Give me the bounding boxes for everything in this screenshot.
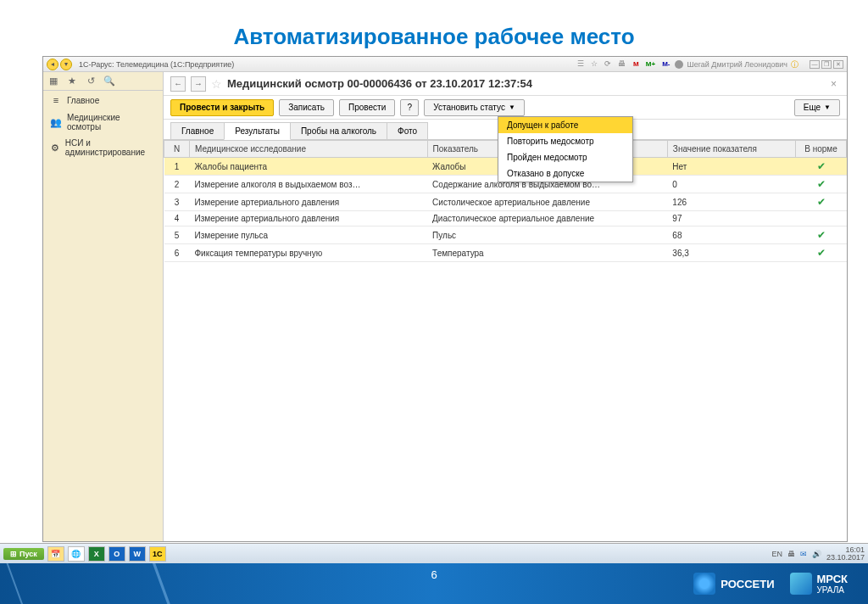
- taskbar-app-outlook[interactable]: O: [108, 546, 125, 562]
- post-button[interactable]: Провести: [339, 99, 395, 116]
- status-option-denied[interactable]: Отказано в допуске: [498, 165, 632, 182]
- fwd-round-icon[interactable]: ▾: [60, 59, 72, 70]
- list-icon: ≡: [50, 94, 62, 106]
- maximize-button[interactable]: ❐: [821, 60, 832, 69]
- action-bar: Провести и закрыть Записать Провести ? У…: [164, 96, 847, 120]
- doc-header: ← → ☆ Медицинский осмотр 00-00006436 от …: [164, 72, 847, 96]
- table-row[interactable]: 6Фиксация температуры вручнуюТемпература…: [164, 244, 847, 262]
- cell-norm: ✔: [796, 226, 847, 244]
- taskbar-app-word[interactable]: W: [129, 546, 146, 562]
- clock-date: 23.10.2017: [826, 554, 865, 562]
- tab-alcohol[interactable]: Пробы на алкоголь: [290, 122, 387, 139]
- m-minus-button[interactable]: M-: [660, 60, 671, 68]
- apps-icon[interactable]: ▦: [47, 75, 60, 88]
- sidebar-item-label: Главное: [67, 96, 99, 105]
- save-button[interactable]: Записать: [279, 99, 334, 116]
- cell-norm: [796, 211, 847, 226]
- people-icon: 👥: [50, 116, 62, 128]
- tb-icon[interactable]: 🖶: [618, 59, 628, 70]
- status-option-passed[interactable]: Пройден медосмотр: [498, 149, 632, 165]
- more-label: Еще: [804, 103, 821, 112]
- logo-rosseti: РОССЕТИ: [693, 573, 774, 595]
- tab-main[interactable]: Главное: [170, 122, 225, 139]
- check-icon: ✔: [817, 160, 826, 172]
- back-button[interactable]: ←: [170, 76, 186, 92]
- cell-indicator: Диастолическое артериальное давление: [427, 211, 667, 226]
- taskbar-app[interactable]: 📅: [47, 546, 64, 562]
- start-button[interactable]: ⊞ Пуск: [3, 548, 44, 560]
- chevron-down-icon: ▼: [824, 103, 831, 111]
- col-value[interactable]: Значение показателя: [667, 141, 795, 158]
- check-icon: ✔: [817, 229, 826, 241]
- sidebar: ▦ ★ ↺ 🔍 ≡ Главное 👥 Медицинские осмотры …: [43, 72, 164, 541]
- close-button[interactable]: ✕: [833, 60, 843, 69]
- sidebar-item-label: Медицинские осмотры: [67, 113, 156, 131]
- help-button[interactable]: ?: [400, 99, 419, 116]
- col-n[interactable]: N: [164, 141, 190, 158]
- taskbar-app-chrome[interactable]: 🌐: [68, 546, 85, 562]
- m-button[interactable]: M: [632, 60, 641, 68]
- lang-indicator[interactable]: EN: [771, 550, 782, 558]
- sidebar-toolbar: ▦ ★ ↺ 🔍: [43, 72, 163, 91]
- logo-mrsk-text1: МРСК: [817, 573, 849, 585]
- more-button[interactable]: Еще ▼: [794, 99, 840, 116]
- history-icon[interactable]: ↺: [84, 75, 97, 88]
- footer-decoration: [0, 563, 203, 604]
- tb-icon[interactable]: ☆: [591, 59, 601, 70]
- table-row[interactable]: 5Измерение пульсаПульс68✔: [164, 226, 847, 244]
- system-tray: EN 🖶 ✉ 🔊 16:01 23.10.2017: [771, 546, 865, 562]
- check-icon: ✔: [817, 247, 826, 259]
- minimize-button[interactable]: —: [810, 60, 820, 69]
- cell-value: Нет: [667, 158, 795, 176]
- cell-research: Жалобы пациента: [190, 158, 428, 176]
- search-icon[interactable]: 🔍: [103, 75, 116, 88]
- sidebar-item-main[interactable]: ≡ Главное: [43, 91, 163, 109]
- favorite-icon[interactable]: ☆: [211, 77, 222, 91]
- logo-mrsk-text2: УРАЛА: [817, 585, 849, 595]
- info-icon[interactable]: ⓘ: [791, 59, 801, 70]
- taskbar-app-1c[interactable]: 1C: [149, 546, 166, 562]
- taskbar-app-excel[interactable]: X: [88, 546, 105, 562]
- close-doc-button[interactable]: ×: [827, 78, 840, 90]
- slide-footer: 6 РОССЕТИ МРСК УРАЛА: [0, 563, 868, 604]
- set-status-button[interactable]: Установить статус ▼: [424, 99, 525, 116]
- cell-norm: ✔: [796, 176, 847, 193]
- col-norm[interactable]: В норме: [796, 141, 847, 158]
- sidebar-item-admin[interactable]: ⚙ НСИ и администрирование: [43, 135, 163, 160]
- cell-value: 126: [667, 193, 795, 211]
- clock[interactable]: 16:01 23.10.2017: [826, 546, 865, 562]
- status-option-allowed[interactable]: Допущен к работе: [498, 117, 632, 133]
- post-and-close-button[interactable]: Провести и закрыть: [170, 99, 274, 116]
- chevron-down-icon: ▼: [509, 103, 515, 111]
- cell-n: 4: [164, 211, 190, 226]
- cell-indicator: Температура: [427, 244, 667, 262]
- status-dropdown: Допущен к работе Повторить медосмотр Про…: [498, 116, 633, 182]
- table-row[interactable]: 4Измерение артериального давленияДиастол…: [164, 211, 847, 226]
- cell-research: Измерение артериального давления: [190, 193, 428, 211]
- cell-research: Измерение алкоголя в выдыхаемом воз…: [190, 176, 428, 193]
- app-title: 1С-Рарус: Телемедицина (1С:Предприятие): [79, 60, 234, 69]
- tray-icon[interactable]: ✉: [800, 550, 807, 558]
- tb-icon[interactable]: ☰: [577, 59, 587, 70]
- col-research[interactable]: Медицинское исследование: [190, 141, 428, 158]
- table-row[interactable]: 3Измерение артериального давленияСистоли…: [164, 193, 847, 211]
- tab-results[interactable]: Результаты: [224, 122, 291, 140]
- back-round-icon[interactable]: ◂: [47, 59, 58, 70]
- doc-title: Медицинский осмотр 00-00006436 от 23.10.…: [227, 77, 532, 90]
- tray-icon[interactable]: 🔊: [812, 550, 821, 558]
- status-option-repeat[interactable]: Повторить медосмотр: [498, 133, 632, 149]
- sidebar-item-exams[interactable]: 👥 Медицинские осмотры: [43, 109, 163, 135]
- start-label: Пуск: [19, 550, 37, 558]
- star-icon[interactable]: ★: [65, 75, 79, 88]
- forward-button[interactable]: →: [191, 76, 206, 92]
- tab-photo[interactable]: Фото: [387, 122, 428, 139]
- tb-icon[interactable]: ⟳: [604, 59, 615, 70]
- results-table-wrap: N Медицинское исследование Показатель Зн…: [164, 140, 847, 541]
- tray-icon[interactable]: 🖶: [787, 550, 795, 558]
- m-plus-button[interactable]: M+: [644, 60, 657, 68]
- gear-icon: ⚙: [50, 142, 60, 154]
- page-number: 6: [431, 568, 437, 581]
- cell-value: 68: [667, 226, 795, 244]
- logo-mrsk: МРСК УРАЛА: [790, 573, 849, 595]
- user-name: Шегай Дмитрий Леонидович: [687, 60, 787, 69]
